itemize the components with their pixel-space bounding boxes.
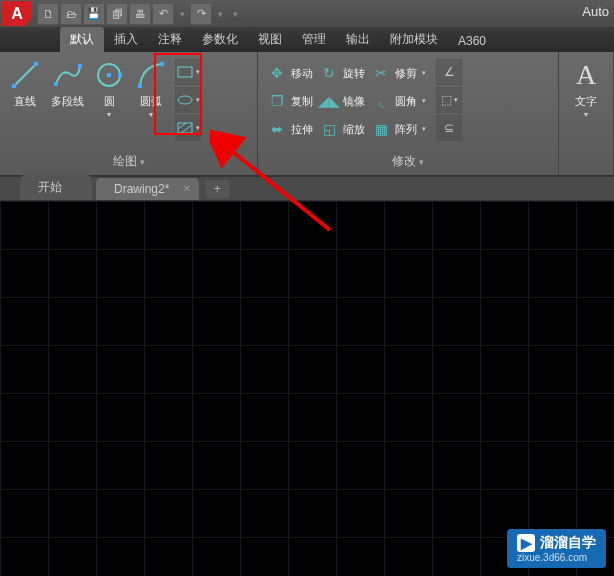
rectangle-button[interactable]: ▾ [175, 59, 201, 85]
tab-default[interactable]: 默认 [60, 27, 104, 52]
tab-output[interactable]: 输出 [336, 27, 380, 52]
tab-a360[interactable]: A360 [448, 30, 496, 52]
chevron-down-icon: ▾ [149, 110, 153, 119]
close-icon[interactable]: ✕ [183, 183, 191, 194]
annotation-panel: A 文字 ▾ [559, 52, 614, 175]
tab-view[interactable]: 视图 [248, 27, 292, 52]
text-icon: A [570, 59, 602, 91]
print-button[interactable]: 🖶 [129, 3, 151, 25]
mirror-button[interactable]: ◢◣镜像 [319, 89, 365, 113]
draw-panel: 直线 多段线 圆 ▾ 圆弧 ▾ ▾ ▾ ▾ 绘图 [0, 52, 258, 175]
tab-insert[interactable]: 插入 [104, 27, 148, 52]
svg-rect-4 [78, 64, 82, 68]
copy-button[interactable]: ❐复制 [267, 89, 313, 113]
rectangle-icon [176, 65, 194, 79]
text-button[interactable]: A 文字 ▾ [564, 55, 608, 119]
file-tab-bar: 开始 Drawing2*✕ + [0, 177, 614, 201]
svg-rect-7 [118, 73, 122, 77]
svg-point-11 [178, 96, 192, 104]
watermark: ▶ 溜溜自学 zixue.3d66.com [507, 529, 606, 568]
svg-line-13 [178, 123, 186, 129]
tab-annotate[interactable]: 注释 [148, 27, 192, 52]
svg-rect-3 [54, 82, 58, 86]
rotate-button[interactable]: ↻旋转 [319, 61, 365, 85]
watermark-url: zixue.3d66.com [517, 552, 587, 563]
plus-icon: + [214, 182, 221, 196]
ribbon: 直线 多段线 圆 ▾ 圆弧 ▾ ▾ ▾ ▾ 绘图 [0, 52, 614, 177]
polyline-icon [51, 59, 83, 91]
draw-panel-title[interactable]: 绘图 [5, 150, 252, 175]
trim-icon: ✂ [371, 63, 391, 83]
polyline-label: 多段线 [51, 94, 84, 109]
ribbon-tabs: 默认 插入 注释 参数化 视图 管理 输出 附加模块 A360 [0, 27, 614, 52]
modify-panel: ✥移动 ❐复制 ⬌拉伸 ↻旋转 ◢◣镜像 ◱缩放 ✂修剪▾ ◟圆角▾ ▦阵列▾ … [258, 52, 559, 175]
chevron-down-icon: ▾ [107, 110, 111, 119]
explode-icon: ⬚ [441, 93, 452, 107]
arc-label: 圆弧 [140, 94, 162, 109]
explode-button[interactable]: ⬚▾ [436, 87, 462, 113]
copy-icon: ❐ [267, 91, 287, 111]
fillet-button[interactable]: ◟圆角▾ [371, 89, 426, 113]
ellipse-button[interactable]: ▾ [175, 87, 201, 113]
drawing-tab[interactable]: Drawing2*✕ [96, 178, 199, 200]
stretch-icon: ⬌ [267, 119, 287, 139]
stretch-button[interactable]: ⬌拉伸 [267, 117, 313, 141]
mirror-icon: ◢◣ [319, 91, 339, 111]
open-file-button[interactable]: 🗁 [60, 3, 82, 25]
svg-rect-9 [160, 62, 164, 66]
erase-button[interactable]: ∠ [436, 59, 462, 85]
hatch-button[interactable]: ▾ [175, 115, 201, 141]
dropdown-icon[interactable]: ▾ [213, 3, 227, 25]
array-button[interactable]: ▦阵列▾ [371, 117, 426, 141]
arc-button[interactable]: 圆弧 ▾ [131, 55, 171, 119]
svg-rect-6 [107, 73, 111, 77]
move-button[interactable]: ✥移动 [267, 61, 313, 85]
circle-button[interactable]: 圆 ▾ [89, 55, 129, 119]
dropdown-icon[interactable]: ▾ [175, 3, 189, 25]
watermark-brand: 溜溜自学 [540, 534, 596, 552]
new-tab-button[interactable]: + [205, 180, 229, 198]
dropdown-icon[interactable]: ▾ [228, 3, 242, 25]
title-bar: A 🗋 🗁 💾 🗐 🖶 ↶ ▾ ↷ ▾ ▾ Auto [0, 0, 614, 27]
undo-button[interactable]: ↶ [152, 3, 174, 25]
ellipse-icon [176, 93, 194, 107]
circle-icon [93, 59, 125, 91]
svg-rect-15 [0, 201, 614, 576]
tab-parametric[interactable]: 参数化 [192, 27, 248, 52]
svg-rect-2 [34, 62, 38, 66]
rotate-icon: ↻ [319, 63, 339, 83]
move-icon: ✥ [267, 63, 287, 83]
app-title: Auto [582, 4, 609, 19]
line-label: 直线 [14, 94, 36, 109]
scale-button[interactable]: ◱缩放 [319, 117, 365, 141]
circle-label: 圆 [104, 94, 115, 109]
svg-line-0 [14, 64, 36, 86]
watermark-play-icon: ▶ [517, 534, 535, 552]
svg-rect-1 [12, 84, 16, 88]
offset-icon: ⊆ [444, 121, 454, 135]
tab-addins[interactable]: 附加模块 [380, 27, 448, 52]
redo-button[interactable]: ↷ [190, 3, 212, 25]
modify-panel-title[interactable]: 修改 [263, 150, 553, 175]
line-icon [9, 59, 41, 91]
line-button[interactable]: 直线 [5, 55, 45, 109]
tab-manage[interactable]: 管理 [292, 27, 336, 52]
start-tab[interactable]: 开始 [20, 175, 92, 200]
arc-icon [135, 59, 167, 91]
offset-button[interactable]: ⊆ [436, 115, 462, 141]
text-label: 文字 [575, 94, 597, 109]
saveall-button[interactable]: 🗐 [106, 3, 128, 25]
app-menu-button[interactable]: A [2, 1, 32, 26]
trim-button[interactable]: ✂修剪▾ [371, 61, 426, 85]
quick-access-toolbar: 🗋 🗁 💾 🗐 🖶 ↶ ▾ ↷ ▾ ▾ [37, 3, 242, 25]
fillet-icon: ◟ [371, 91, 391, 111]
hatch-icon [176, 121, 194, 135]
scale-icon: ◱ [319, 119, 339, 139]
polyline-button[interactable]: 多段线 [47, 55, 87, 109]
drawing-canvas[interactable] [0, 201, 614, 576]
erase-icon: ∠ [444, 65, 455, 79]
save-button[interactable]: 💾 [83, 3, 105, 25]
svg-rect-8 [138, 84, 142, 88]
chevron-down-icon: ▾ [584, 110, 588, 119]
new-file-button[interactable]: 🗋 [37, 3, 59, 25]
